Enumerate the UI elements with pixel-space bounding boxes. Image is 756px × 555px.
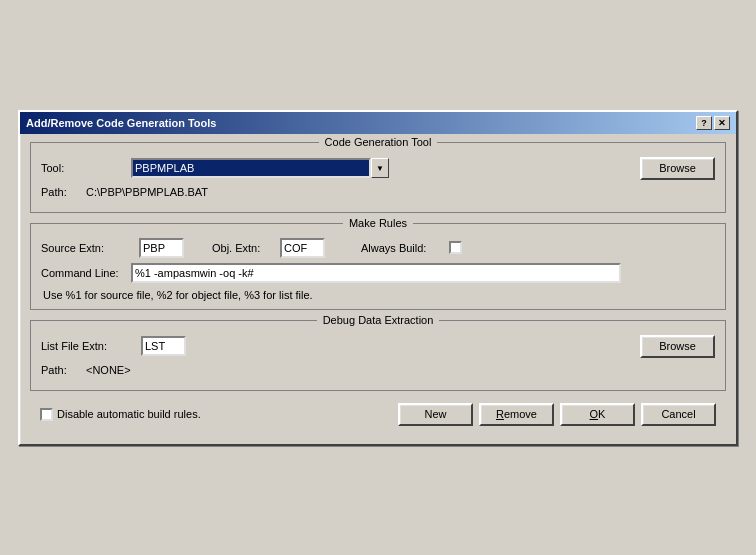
command-line-label: Command Line: xyxy=(41,267,131,279)
cancel-button[interactable]: Cancel xyxy=(641,403,716,426)
title-bar: Add/Remove Code Generation Tools ? ✕ xyxy=(20,112,736,134)
tool-row: Tool: ▼ Browse xyxy=(41,157,715,180)
help-button[interactable]: ? xyxy=(696,116,712,130)
debug-path-row: Path: <NONE> xyxy=(41,364,715,376)
list-file-extn-row: List File Extn: Browse xyxy=(41,335,715,358)
bottom-buttons: New Remove OK Cancel xyxy=(398,403,716,426)
debug-path-value: <NONE> xyxy=(86,364,131,376)
tool-combo-input[interactable] xyxy=(131,158,371,178)
disable-auto-build-checkbox[interactable] xyxy=(40,408,53,421)
make-rules-title-wrapper: Make Rules xyxy=(31,217,725,229)
obj-extn-input[interactable] xyxy=(280,238,325,258)
debug-data-section: Debug Data Extraction List File Extn: Br… xyxy=(30,320,726,391)
always-build-checkbox[interactable] xyxy=(449,241,462,254)
cancel-button-label: Cancel xyxy=(661,408,695,420)
code-gen-browse-button[interactable]: Browse xyxy=(640,157,715,180)
ok-button-label: OK xyxy=(590,408,606,420)
remove-button-label: Remove xyxy=(496,408,537,420)
tool-label: Tool: xyxy=(41,162,131,174)
debug-path-label: Path: xyxy=(41,364,86,376)
disable-auto-build-label: Disable automatic build rules. xyxy=(57,408,201,420)
ok-button[interactable]: OK xyxy=(560,403,635,426)
list-file-extn-label: List File Extn: xyxy=(41,340,141,352)
code-gen-tool-section: Code Generation Tool Tool: ▼ Browse Path… xyxy=(30,142,726,213)
dialog-content: Code Generation Tool Tool: ▼ Browse Path… xyxy=(20,134,736,444)
list-file-extn-input[interactable] xyxy=(141,336,186,356)
new-button[interactable]: New xyxy=(398,403,473,426)
code-gen-tool-section-title: Code Generation Tool xyxy=(319,136,438,148)
title-bar-buttons: ? ✕ xyxy=(696,116,730,130)
path-row: Path: C:\PBP\PBPMPLAB.BAT xyxy=(41,186,715,198)
bottom-bar: Disable automatic build rules. New Remov… xyxy=(30,397,726,434)
extn-row: Source Extn: Obj. Extn: Always Build: xyxy=(41,238,715,258)
remove-button[interactable]: Remove xyxy=(479,403,554,426)
command-line-row: Command Line: xyxy=(41,263,715,283)
disable-checkbox-wrapper: Disable automatic build rules. xyxy=(40,408,201,421)
debug-data-section-title: Debug Data Extraction xyxy=(317,314,440,326)
source-extn-input[interactable] xyxy=(139,238,184,258)
dialog-title: Add/Remove Code Generation Tools xyxy=(26,117,696,129)
command-line-hint: Use %1 for source file, %2 for object fi… xyxy=(43,289,715,301)
path-label: Path: xyxy=(41,186,86,198)
make-rules-section: Make Rules Source Extn: Obj. Extn: Alway… xyxy=(30,223,726,310)
code-gen-tool-title-wrapper: Code Generation Tool xyxy=(31,136,725,148)
tool-combo-dropdown-button[interactable]: ▼ xyxy=(371,158,389,178)
new-button-label: New xyxy=(424,408,446,420)
debug-data-title-wrapper: Debug Data Extraction xyxy=(31,314,725,326)
make-rules-section-title: Make Rules xyxy=(343,217,413,229)
obj-extn-label: Obj. Extn: xyxy=(212,242,272,254)
tool-combo-wrapper: ▼ xyxy=(131,158,389,178)
source-extn-label: Source Extn: xyxy=(41,242,131,254)
main-dialog: Add/Remove Code Generation Tools ? ✕ Cod… xyxy=(18,110,738,446)
debug-browse-button[interactable]: Browse xyxy=(640,335,715,358)
always-build-label: Always Build: xyxy=(361,242,441,254)
path-value: C:\PBP\PBPMPLAB.BAT xyxy=(86,186,208,198)
close-button[interactable]: ✕ xyxy=(714,116,730,130)
command-line-input[interactable] xyxy=(131,263,621,283)
